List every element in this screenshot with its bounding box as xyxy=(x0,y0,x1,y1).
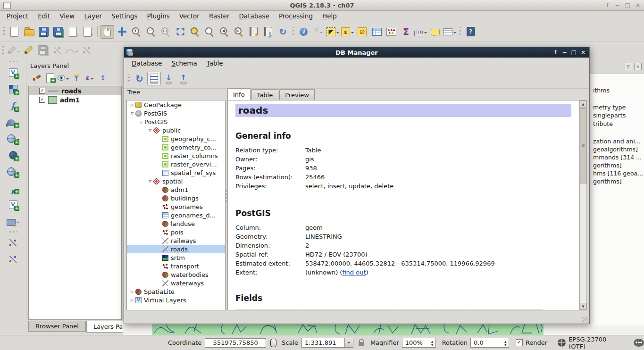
vertex-editor-button[interactable] xyxy=(6,252,20,266)
filter-legend-button[interactable] xyxy=(70,72,83,83)
zoom-in-button[interactable]: + xyxy=(130,25,143,39)
add-wcs-layer-button[interactable]: + xyxy=(6,148,20,162)
minimize-button[interactable]: − xyxy=(615,2,620,8)
menu-database[interactable]: Database xyxy=(234,11,274,21)
tree-item-srtm[interactable]: srtm xyxy=(127,253,225,262)
tab-table[interactable]: Table xyxy=(251,89,279,100)
tab-browser-panel[interactable]: Browser Panel xyxy=(28,321,86,332)
tree-expander-icon[interactable]: ▽ xyxy=(129,111,135,116)
restore-button[interactable]: □ xyxy=(625,2,630,8)
float-panel-icon[interactable]: ◱ xyxy=(625,63,632,70)
layer-item-adm1[interactable]: ✓adm1 xyxy=(29,95,121,104)
geometry-checker-button[interactable] xyxy=(6,236,20,250)
zoom-full-button[interactable]: ◤◥◣◢ xyxy=(174,25,187,39)
scroll-up-icon[interactable]: ▲ xyxy=(580,100,586,108)
add-spatialite-layer-button[interactable]: ʃ+ xyxy=(6,99,20,112)
splitter-handle[interactable] xyxy=(225,189,227,202)
tree-item-transport[interactable]: transport xyxy=(127,262,225,270)
new-shapefile-layer-button[interactable]: V+ xyxy=(6,198,20,211)
tree-item-buildings[interactable]: buildings xyxy=(127,194,225,202)
tree-item-spatial[interactable]: ▽spatial xyxy=(127,177,225,185)
refresh-map-button[interactable]: ↻ xyxy=(276,25,290,39)
tree-expander-icon[interactable]: ▽ xyxy=(147,128,153,133)
menu-raster[interactable]: Raster xyxy=(204,11,234,21)
tree-item-landuse[interactable]: landuse xyxy=(127,219,225,228)
measure-button[interactable] xyxy=(414,25,427,39)
tree-item-virtual-layers[interactable]: ▷VVirtual Layers xyxy=(127,296,225,304)
menu-settings[interactable]: Settings xyxy=(107,11,142,21)
scroll-down-icon[interactable]: ▼ xyxy=(580,303,586,310)
show-bookmarks-button[interactable]: ▎ xyxy=(261,25,275,39)
tree-item-geonames-d-[interactable]: geonames_d... xyxy=(127,211,225,219)
composer-manager-button[interactable]: * xyxy=(81,25,94,39)
menu-layer[interactable]: Layer xyxy=(79,11,107,21)
tree-item-roads[interactable]: roads xyxy=(127,245,225,253)
rotation-arrows-icon[interactable]: ▲▼ xyxy=(502,340,509,346)
tree-item-railways[interactable]: railways xyxy=(127,236,225,245)
pan-to-selection-button[interactable] xyxy=(115,25,129,39)
scrollbar-thumb[interactable] xyxy=(580,108,586,183)
tree-item-geometry-co-[interactable]: geometry_co... xyxy=(127,143,225,151)
new-print-composer-button[interactable]: * xyxy=(66,25,80,39)
shade-button[interactable]: ↑ xyxy=(605,2,610,8)
magnifier-arrows-icon[interactable]: ▲▼ xyxy=(429,340,435,346)
new-project-button[interactable] xyxy=(8,25,21,39)
tree-item-geonames[interactable]: geonames xyxy=(127,202,225,211)
select-features-button[interactable]: ◤ xyxy=(326,25,340,39)
save-project-button[interactable] xyxy=(37,25,50,39)
tree-item-adm1[interactable]: adm1 xyxy=(127,185,225,194)
add-group-button[interactable]: + xyxy=(44,72,56,83)
tree-item-geography-c-[interactable]: geography_c... xyxy=(127,134,225,143)
dialog-resize-grip[interactable] xyxy=(582,317,588,323)
dbm-minimize-button[interactable]: − xyxy=(562,49,567,56)
layer-styling-button[interactable] xyxy=(31,72,43,83)
menu-processing[interactable]: Processing xyxy=(274,11,318,21)
crs-globe-icon[interactable] xyxy=(558,339,566,347)
zoom-to-layer-button[interactable] xyxy=(188,25,202,39)
add-raster-layer-button[interactable]: + xyxy=(6,82,20,96)
layer-item-roads[interactable]: ✓roads xyxy=(29,86,121,95)
tree-item-waterways[interactable]: waterways xyxy=(127,279,225,287)
zoom-next-button[interactable]: ▶ xyxy=(232,25,246,39)
menu-plugins[interactable]: Plugins xyxy=(142,11,174,21)
zoom-out-button[interactable]: − xyxy=(144,25,158,39)
show-statistics-button[interactable]: Σ xyxy=(399,25,413,39)
menu-view[interactable]: View xyxy=(55,11,79,21)
zoom-to-selection-button[interactable] xyxy=(203,25,217,39)
identify-features-button[interactable]: i xyxy=(297,25,310,39)
menu-table[interactable]: Table xyxy=(202,58,228,68)
dbm-shade-button[interactable]: ↑ xyxy=(553,49,558,56)
tree-item-waterbodies[interactable]: waterbodies xyxy=(127,270,225,279)
menu-schema[interactable]: Schema xyxy=(167,58,201,68)
expand-collapse-button[interactable]: ↕ xyxy=(97,72,109,83)
open-project-button[interactable] xyxy=(22,25,36,39)
manage-visibility-button[interactable] xyxy=(57,72,69,83)
mouse-position-icon[interactable] xyxy=(270,339,276,347)
new-bookmark-button[interactable]: ★ xyxy=(247,25,260,39)
tree-item-geopackage[interactable]: ▷GeoPackage xyxy=(127,100,225,109)
messages-icon[interactable] xyxy=(634,339,644,347)
save-project-as-button[interactable] xyxy=(51,25,65,39)
magnifier-spinner[interactable]: 100% ▲▼ xyxy=(402,338,436,348)
tree-item-postgis[interactable]: ▽PostGIS xyxy=(127,117,225,126)
tree-item-spatialite[interactable]: ▷SpatiaLite xyxy=(127,287,225,296)
open-attribute-table-button[interactable] xyxy=(370,25,384,39)
add-delimited-text-layer-button[interactable]: ,+ xyxy=(6,181,20,195)
menu-project[interactable]: Project xyxy=(2,11,33,21)
select-by-expression-button[interactable]: ε xyxy=(341,25,354,39)
pan-map-button[interactable] xyxy=(100,25,114,39)
tree-item-spatial-ref-sys[interactable]: spatial_ref_sys xyxy=(127,168,225,177)
add-wms-layer-button[interactable]: + xyxy=(6,132,20,145)
render-checkbox[interactable]: ✓ xyxy=(516,339,523,346)
tree-expander-icon[interactable]: ▽ xyxy=(138,120,144,124)
tree-item-postgis[interactable]: ▽PostGIS xyxy=(127,109,225,117)
coordinate-input[interactable]: 551975,75850 xyxy=(205,338,266,348)
find-out-link[interactable]: find out xyxy=(342,269,366,276)
rotation-spinner[interactable]: 0.0 ▲▼ xyxy=(470,338,509,348)
tree-item-raster-columns[interactable]: raster_columns xyxy=(127,151,225,160)
scale-lock-icon[interactable] xyxy=(359,342,364,346)
tree-expander-icon[interactable]: ▽ xyxy=(147,179,153,183)
tree-item-public[interactable]: ▽public xyxy=(127,126,225,134)
toggle-editing-button[interactable] xyxy=(21,43,35,57)
tree-expander-icon[interactable]: ▷ xyxy=(129,298,135,302)
